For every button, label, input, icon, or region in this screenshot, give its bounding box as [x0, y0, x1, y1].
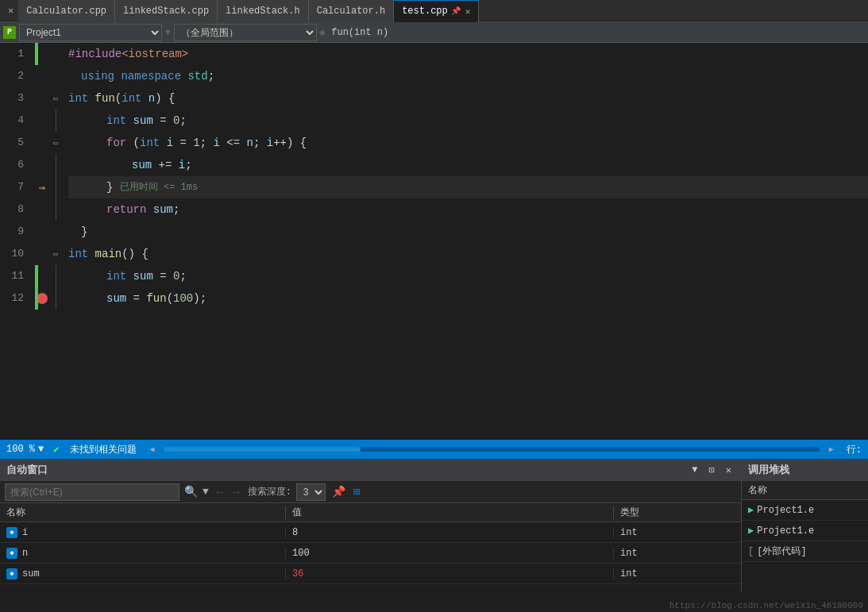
scroll-area: ◀ ▶	[146, 445, 836, 454]
token: ;	[208, 65, 214, 87]
pin-panel-icon[interactable]: ▼	[689, 463, 700, 477]
token: (	[167, 287, 173, 310]
fold-4	[56, 110, 56, 132]
ind-7: ⇒	[35, 176, 49, 198]
row-sum[interactable]: ◆ sum 36 int	[0, 564, 741, 584]
token: main	[95, 243, 122, 265]
token: int	[140, 132, 167, 154]
pin-toolbar-icon[interactable]: 📌	[330, 483, 347, 500]
fold-8	[56, 198, 56, 221]
fold-3[interactable]: ▭	[53, 87, 58, 110]
scroll-right-icon[interactable]: ▶	[826, 445, 837, 454]
cell-type-sum: int	[614, 568, 741, 579]
dock-icon[interactable]: ⊡	[706, 463, 718, 478]
line-num-12: 12	[0, 287, 29, 310]
fold-10[interactable]: ▭	[53, 243, 58, 265]
cell-name-i: ◆ i	[0, 527, 286, 538]
expand-toolbar-icon[interactable]: ⊞	[352, 483, 361, 500]
scope-select[interactable]: （全局范围）	[174, 24, 317, 41]
stack-icon-0: ▶	[748, 504, 754, 516]
nav-back-icon[interactable]: ←	[214, 484, 226, 500]
close-panel-icon[interactable]: ✕	[723, 463, 735, 478]
zoom-dropdown-icon[interactable]: ▼	[38, 444, 44, 455]
code-line-2: using namespace std;	[68, 65, 868, 87]
scroll-left-icon[interactable]: ◀	[146, 445, 157, 454]
line-num-1: 1	[0, 43, 29, 65]
token: int	[68, 243, 95, 265]
row-n[interactable]: ◆ n 100 int	[0, 543, 741, 564]
ind-6	[35, 154, 49, 176]
tab-calculator-h[interactable]: Calculator.h	[309, 0, 394, 22]
tab-linkedstack-cpp[interactable]: linkedStack.cpp	[115, 0, 218, 22]
row-col: 行:	[847, 443, 862, 456]
token: );	[193, 287, 206, 310]
auto-window-table: 名称 值 类型 ◆ i 8	[0, 503, 741, 592]
ind-10	[35, 243, 49, 265]
panel-controls: ▼ ⊡ ✕	[689, 463, 735, 478]
search-icon: 🔍	[184, 485, 198, 498]
token: int	[106, 110, 133, 132]
search-input[interactable]	[5, 483, 179, 501]
scope-sep: ▼	[165, 28, 171, 37]
tab-test-cpp[interactable]: test.cpp 📌 ✕	[394, 0, 479, 22]
fold-6	[56, 154, 56, 176]
var-icon-n: ◆	[6, 548, 17, 559]
code-area[interactable]: #include<iostream> using namespace std; …	[62, 43, 868, 440]
ind-2	[35, 65, 49, 87]
token: 1	[193, 132, 199, 154]
nav-forward-icon[interactable]: →	[230, 484, 242, 500]
line-num-6: 6	[0, 154, 29, 176]
call-stack-row-0[interactable]: ▶ Project1.e	[742, 500, 868, 521]
line-num-9: 9	[0, 221, 29, 243]
indicators: ⇒	[35, 43, 49, 440]
breakpoint-icon[interactable]	[37, 293, 48, 304]
search-dropdown-icon[interactable]: ▼	[203, 486, 209, 498]
token: using	[81, 65, 121, 87]
ind-5	[35, 132, 49, 154]
status-bar: 100 % ▼ ✔ 未找到相关问题 ◀ ▶ 行:	[0, 440, 868, 459]
fold-12	[56, 287, 56, 310]
auto-window: 自动窗口 ▼ ⊡ ✕ 🔍 ▼ ← → 搜索深度: 3 📌 ⊞	[0, 459, 741, 592]
search-bar: 🔍 ▼ ← → 搜索深度: 3 📌 ⊞	[0, 481, 741, 503]
var-icon-sum: ◆	[6, 568, 17, 579]
token: int	[122, 87, 149, 110]
cell-value-i: 8	[286, 527, 614, 538]
depth-select[interactable]: 3	[296, 483, 326, 501]
tab-close-icon[interactable]: ✕	[465, 6, 471, 17]
data-rows: ◆ i 8 int ◆ n	[0, 522, 741, 592]
ind-9	[35, 221, 49, 243]
call-stack-row-2[interactable]: [ [外部代码]	[742, 541, 868, 562]
code-line-6: sum += i;	[68, 154, 868, 176]
zoom-label: 100 %	[6, 444, 35, 455]
token: i	[179, 154, 185, 176]
row-i[interactable]: ◆ i 8 int	[0, 522, 741, 543]
tab-label: linkedStack.cpp	[123, 6, 209, 17]
col-header-type: 类型	[614, 506, 741, 519]
green-bar-1	[35, 43, 38, 65]
line-num-11: 11	[0, 265, 29, 287]
token: sum	[153, 198, 173, 221]
tab-linkedstack-h[interactable]: linkedStack.h	[218, 0, 309, 22]
call-stack-row-1[interactable]: ▶ Project1.e	[742, 521, 868, 541]
col-header-name: 名称	[0, 506, 286, 519]
cell-type-n: int	[614, 548, 741, 559]
zoom-control[interactable]: 100 % ▼	[6, 444, 44, 455]
scrollbar-thumb	[164, 447, 361, 452]
project-icon: P	[3, 26, 16, 39]
external-icon-2: [	[748, 546, 754, 557]
fold-5[interactable]: ▭	[53, 132, 58, 154]
close-all-icon[interactable]: ✕	[3, 5, 18, 17]
project-select[interactable]: Project1	[19, 24, 162, 41]
token: n	[149, 87, 155, 110]
green-bar-11	[35, 265, 38, 287]
cell-type-i: int	[614, 527, 741, 538]
tab-calculator-cpp[interactable]: Calculator.cpp	[18, 0, 115, 22]
scrollbar[interactable]	[164, 447, 819, 452]
tab-label: Calculator.h	[317, 6, 385, 17]
code-line-3: int fun(int n) {	[68, 87, 868, 110]
panel-title: 自动窗口	[6, 463, 48, 477]
token: =	[153, 110, 173, 132]
ind-3	[35, 87, 49, 110]
code-line-1: #include<iostream>	[68, 43, 868, 65]
token: 0	[173, 110, 179, 132]
